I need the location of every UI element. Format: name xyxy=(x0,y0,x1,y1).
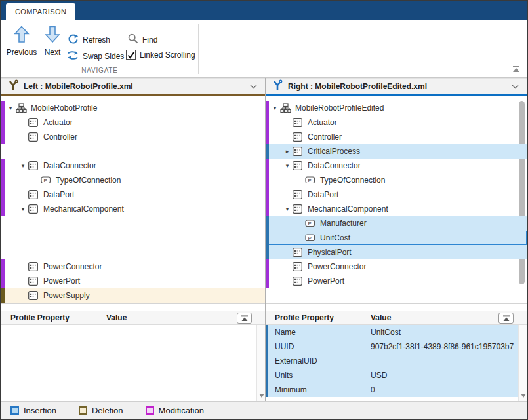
scroll-down-arrow[interactable] xyxy=(521,394,526,398)
legend-swatch-deletion xyxy=(79,406,87,415)
tree-item-mobilerobotprofile[interactable]: ▾MobileRobotProfile xyxy=(1,101,265,115)
diff-marker-modification xyxy=(266,159,269,173)
collapse-ribbon-button[interactable] xyxy=(512,66,521,73)
tree-item-dataport[interactable]: DataPort xyxy=(1,187,265,202)
property-row-externaluid[interactable]: ExternalUID xyxy=(266,354,518,368)
tree-item-label: MobileRobotProfileEdited xyxy=(294,104,384,113)
tree-item-label: UnitCost xyxy=(319,233,350,242)
next-button[interactable]: Next xyxy=(38,26,67,57)
tree-item-label: TypeOfConnection xyxy=(54,176,121,185)
stereotype-icon xyxy=(28,132,42,142)
expander-expanded-icon[interactable]: ▾ xyxy=(282,162,293,169)
diff-marker-modification xyxy=(1,259,5,274)
tree-item-label: PowerConnector xyxy=(42,262,102,271)
expander-expanded-icon[interactable]: ▾ xyxy=(18,162,28,169)
merge-branch-icon xyxy=(272,79,283,94)
linked-scrolling-toggle[interactable]: Linked Scrolling xyxy=(126,50,195,60)
tree-item-mechanicalcomponent[interactable]: ▾MechanicalComponent xyxy=(1,202,265,216)
tree-item-manufacturer[interactable]: PManufacturer xyxy=(266,216,527,231)
tab-comparison[interactable]: COMPARISON xyxy=(6,3,75,20)
tree-item-typeofconnection[interactable]: PTypeOfConnection xyxy=(1,173,265,187)
property-icon: P xyxy=(305,234,319,242)
tree-item-controller[interactable]: Controller xyxy=(1,130,265,144)
expander-expanded-icon[interactable]: ▾ xyxy=(18,206,28,212)
diff-marker-modification xyxy=(266,274,269,288)
chevron-down-icon[interactable] xyxy=(512,85,519,89)
tree-item-typeofconnection[interactable]: PTypeOfConnection xyxy=(266,173,527,187)
right-prop-scrollbar[interactable] xyxy=(518,325,527,401)
refresh-button[interactable]: Refresh xyxy=(68,33,110,47)
right-value-col-header: Value xyxy=(371,313,391,322)
tree-item-unitcost[interactable]: PUnitCost xyxy=(266,231,527,245)
find-button[interactable]: Find xyxy=(128,33,157,46)
expander-expanded-icon[interactable]: ▾ xyxy=(5,105,16,111)
toolbar: Previous Next Refresh Swap Sides Find xyxy=(1,20,527,78)
tree-item-actuator[interactable]: Actuator xyxy=(266,115,527,130)
diff-marker-modification xyxy=(1,130,5,144)
tree-item-label: PowerConnector xyxy=(306,262,366,271)
expander-collapsed-icon[interactable]: ▸ xyxy=(282,148,293,155)
tree-item-criticalprocess[interactable]: ▸CriticalProcess xyxy=(266,144,527,159)
comparison-panels: Left : MobileRobotProfile.xml ▾MobileRob… xyxy=(1,78,527,401)
swap-sides-button[interactable]: Swap Sides xyxy=(67,50,124,63)
legend-label: Deletion xyxy=(92,406,123,415)
property-row-name[interactable]: NameUnitCost xyxy=(266,325,518,339)
tree-item-mobilerobotprofileedited[interactable]: ▾MobileRobotProfileEdited xyxy=(266,101,527,115)
legend-item-modification: Modification xyxy=(146,406,204,415)
stereotype-icon xyxy=(293,161,306,170)
merge-branch-icon xyxy=(8,79,18,94)
svg-text:P: P xyxy=(308,178,312,183)
left-pane-header[interactable]: Left : MobileRobotProfile.xml xyxy=(1,78,265,94)
tree-item-powerport[interactable]: PowerPort xyxy=(1,274,265,288)
tree-item-powerport[interactable]: PowerPort xyxy=(266,274,527,288)
tree-item-dataport[interactable]: DataPort xyxy=(266,187,527,202)
left-prop-scrollbar[interactable] xyxy=(256,325,265,401)
left-prop-header: Profile Property Value xyxy=(1,311,265,325)
stereotype-icon xyxy=(28,262,42,271)
tree-item-label: Controller xyxy=(306,132,342,142)
right-tree: ▾MobileRobotProfileEditedActuatorControl… xyxy=(266,96,527,303)
tree-item-powersupply[interactable]: PowerSupply xyxy=(1,288,265,303)
next-label: Next xyxy=(38,48,67,57)
chevron-down-icon[interactable] xyxy=(250,85,257,89)
tree-item-dataconnector[interactable]: ▾DataConnector xyxy=(1,159,265,173)
swap-sides-icon xyxy=(67,50,79,63)
previous-label: Previous xyxy=(4,48,39,57)
tree-item-label: PhysicalPort xyxy=(306,248,352,257)
stereotype-icon xyxy=(293,147,306,156)
expander-expanded-icon[interactable]: ▾ xyxy=(282,206,293,212)
stereotype-icon xyxy=(293,132,306,142)
tree-item-mechanicalcomponent[interactable]: ▾MechanicalComponent xyxy=(266,202,527,216)
tree-item-physicalport[interactable]: PhysicalPort xyxy=(266,245,527,259)
tree-item-dataconnector[interactable]: ▾DataConnector xyxy=(266,159,527,173)
left-panel: Left : MobileRobotProfile.xml ▾MobileRob… xyxy=(1,78,266,401)
swap-sides-label: Swap Sides xyxy=(83,52,124,61)
right-pane-header[interactable]: Right : MobileRobotProfileEdited.xml xyxy=(266,78,527,94)
expander-expanded-icon[interactable]: ▾ xyxy=(270,105,280,111)
collapse-table-button[interactable] xyxy=(498,313,514,324)
property-icon: P xyxy=(41,176,54,184)
property-row-units[interactable]: UnitsUSD xyxy=(266,368,518,383)
property-row-uuid[interactable]: UUID907b2cf1-38f1-4389-8f86-961c195703b7 xyxy=(266,339,518,354)
property-icon: P xyxy=(305,220,319,227)
tree-item-label: DataPort xyxy=(42,190,74,199)
tree-item-label: PowerPort xyxy=(42,277,80,286)
stereotype-icon xyxy=(28,118,42,127)
property-value: 907b2cf1-38f1-4389-8f86-961c195703b7 xyxy=(371,342,514,351)
tree-row-empty xyxy=(1,245,265,259)
property-name: Name xyxy=(266,328,371,337)
diff-marker-modification xyxy=(266,101,269,115)
previous-button[interactable]: Previous xyxy=(4,26,39,57)
property-row-minimum[interactable]: Minimum0 xyxy=(266,383,518,397)
tree-item-label: Manufacturer xyxy=(319,219,367,228)
right-pane-title: Right : MobileRobotProfileEdited.xml xyxy=(288,82,427,91)
tree-item-powerconnector[interactable]: PowerConnector xyxy=(266,259,527,274)
tree-item-actuator[interactable]: Actuator xyxy=(1,115,265,130)
scroll-down-arrow[interactable] xyxy=(259,394,264,398)
tree-item-controller[interactable]: Controller xyxy=(266,130,527,144)
tree-item-powerconnector[interactable]: PowerConnector xyxy=(1,259,265,274)
linked-scrolling-checkbox[interactable] xyxy=(126,50,136,60)
collapse-table-button[interactable] xyxy=(237,313,252,324)
diff-marker-modification xyxy=(1,274,5,288)
tree-row-empty xyxy=(1,216,265,231)
